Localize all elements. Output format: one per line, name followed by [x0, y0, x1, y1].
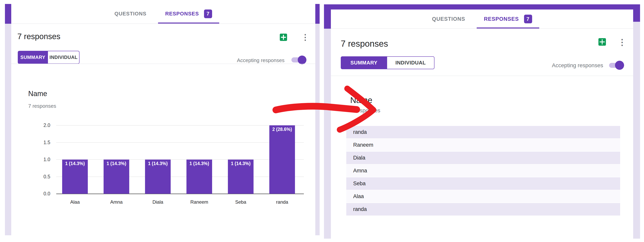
x-axis-label: Diala — [137, 199, 178, 205]
list-item: Raneem — [346, 139, 620, 151]
tab-questions-label: QUESTIONS — [432, 16, 465, 22]
page-background-strip-left — [5, 4, 11, 235]
section-divider — [11, 64, 315, 64]
x-axis-label: Amna — [96, 199, 137, 205]
create-spreadsheet-icon[interactable] — [598, 38, 606, 46]
active-tab-underline — [158, 23, 219, 24]
more-options-icon[interactable]: ⋮ — [301, 33, 309, 41]
question-title: Name — [28, 90, 47, 98]
left-screenshot-panel: QUESTIONS RESPONSES 7 7 responses SUMMAR… — [5, 4, 320, 235]
list-item: randa — [346, 203, 620, 215]
bar-value-label: 2 (28.6%) — [269, 127, 295, 132]
accepting-responses-label: Accepting responses — [544, 62, 603, 69]
bar-randa: 2 (28.6%) — [269, 125, 295, 194]
bar-Raneem: 1 (14.3%) — [186, 160, 212, 194]
tab-responses[interactable]: RESPONSES 7 — [165, 4, 212, 24]
accepting-responses-toggle[interactable] — [292, 57, 306, 62]
bar-value-label: 1 (14.3%) — [62, 161, 88, 166]
response-list: randa Raneem Diala Amna Seba Alaa randa — [346, 126, 620, 216]
x-axis-label: Alaa — [54, 199, 96, 205]
x-axis-label: randa — [262, 199, 303, 205]
tab-bar: QUESTIONS RESPONSES 7 — [331, 10, 633, 29]
gridline — [56, 125, 304, 126]
x-axis-label: Seba — [220, 199, 262, 205]
responses-count-badge: 7 — [524, 15, 532, 23]
view-switch: SUMMARY INDIVIDUAL — [341, 56, 434, 69]
y-axis-tick: 2.0 — [36, 123, 50, 128]
bar-Diala: 1 (14.3%) — [145, 160, 171, 194]
page-title: 7 responses — [17, 32, 60, 41]
tab-questions[interactable]: QUESTIONS — [114, 4, 146, 24]
page-background-strip-right — [633, 4, 640, 239]
individual-button[interactable]: INDIVIDUAL — [387, 56, 434, 69]
more-options-icon[interactable]: ⋮ — [618, 38, 626, 46]
y-axis-tick: 0.5 — [36, 174, 50, 180]
page-title: 7 responses — [341, 39, 388, 49]
toggle-thumb — [298, 56, 306, 64]
list-item: randa — [346, 126, 620, 138]
bar-value-label: 1 (14.3%) — [186, 161, 212, 166]
x-axis-line — [56, 194, 304, 194]
tab-questions[interactable]: QUESTIONS — [432, 10, 465, 29]
theme-header-band — [324, 4, 640, 10]
gridline — [56, 159, 304, 160]
x-axis-label: Raneem — [178, 199, 220, 205]
bar-Seba: 1 (14.3%) — [228, 160, 254, 194]
summary-button[interactable]: SUMMARY — [341, 56, 387, 69]
active-tab-underline — [477, 28, 539, 29]
form-card: QUESTIONS RESPONSES 7 7 responses SUMMAR… — [11, 4, 315, 235]
question-subtitle: 7 responses — [350, 107, 380, 114]
accepting-responses-toggle[interactable] — [609, 63, 624, 68]
question-subtitle: 7 responses — [28, 103, 56, 109]
bar-chart-plot: 0.00.51.01.52.01 (14.3%)Alaa1 (14.3%)Amn… — [56, 125, 304, 194]
list-item: Alaa — [346, 190, 620, 203]
tab-responses-label: RESPONSES — [165, 11, 199, 17]
gridline — [56, 142, 304, 143]
tab-responses-label: RESPONSES — [484, 16, 519, 22]
toggle-thumb — [615, 61, 624, 70]
view-switch: SUMMARY INDIVIDUAL — [18, 51, 80, 64]
bar-value-label: 1 (14.3%) — [104, 161, 129, 166]
gridline — [56, 177, 304, 177]
create-spreadsheet-icon[interactable] — [280, 34, 287, 41]
accepting-responses-label: Accepting responses — [229, 57, 284, 63]
tab-responses[interactable]: RESPONSES 7 — [484, 10, 532, 29]
tab-questions-label: QUESTIONS — [114, 11, 146, 17]
responses-count-badge: 7 — [204, 10, 212, 18]
right-screenshot-panel: QUESTIONS RESPONSES 7 7 responses SUMMAR… — [324, 4, 640, 239]
question-title: Name — [350, 95, 372, 105]
y-axis-tick: 1.5 — [36, 140, 50, 145]
bar-value-label: 1 (14.3%) — [145, 161, 171, 166]
tab-bar: QUESTIONS RESPONSES 7 — [11, 4, 315, 24]
summary-button[interactable]: SUMMARY — [18, 51, 48, 64]
bar-Alaa: 1 (14.3%) — [62, 160, 88, 194]
bar-value-label: 1 (14.3%) — [228, 161, 254, 166]
form-card: QUESTIONS RESPONSES 7 7 responses SUMMAR… — [331, 10, 633, 239]
bar-Amna: 1 (14.3%) — [104, 160, 129, 194]
section-divider — [331, 76, 633, 76]
individual-button[interactable]: INDIVIDUAL — [48, 51, 80, 64]
list-item: Diala — [346, 152, 620, 164]
page-background-strip-left — [324, 4, 331, 239]
page-background-strip-right — [315, 4, 320, 235]
y-axis-tick: 1.0 — [36, 157, 50, 162]
y-axis-tick: 0.0 — [36, 191, 50, 196]
list-item: Amna — [346, 165, 620, 177]
list-item: Seba — [346, 177, 620, 190]
